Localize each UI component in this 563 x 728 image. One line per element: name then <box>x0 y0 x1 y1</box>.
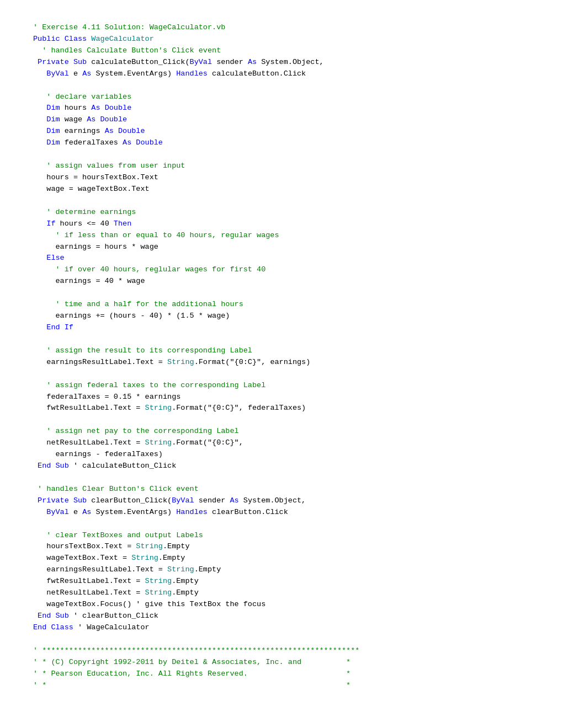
code-line: If hours <= 40 Then <box>33 218 530 230</box>
code-line <box>33 334 530 345</box>
code-line: earnings - federalTaxes) <box>33 449 530 461</box>
code-line: End Sub ' clearButton_Click <box>33 611 530 622</box>
code-line <box>33 518 530 530</box>
code-line: earnings = hours * wage <box>33 242 530 253</box>
code-line: Private Sub calculateButton_Click(ByVal … <box>33 57 530 68</box>
code-line <box>33 414 530 426</box>
code-line: End Sub ' calculateButton_Click <box>33 461 530 472</box>
code-line: Dim wage As Double <box>33 114 530 126</box>
code-line: ' * Pearson Education, Inc. All Rights R… <box>33 668 530 680</box>
code-line: ' assign federal taxes to the correspond… <box>33 380 530 392</box>
code-line: hoursTextBox.Text = String.Empty <box>33 541 530 553</box>
code-line: wageTextBox.Focus() ' give this TextBox … <box>33 599 530 611</box>
code-line: ' Exercise 4.11 Solution: WageCalculator… <box>33 22 530 34</box>
code-line <box>33 80 530 92</box>
code-line: ByVal e As System.EventArgs) Handles cal… <box>33 68 530 80</box>
code-line: Else <box>33 253 530 264</box>
code-line: earningsResultLabel.Text = String.Format… <box>33 357 530 368</box>
code-line: Dim earnings As Double <box>33 126 530 137</box>
code-line: ' **************************************… <box>33 645 530 657</box>
code-line: wageTextBox.Text = String.Empty <box>33 553 530 564</box>
code-line: ' assign the result to its corresponding… <box>33 345 530 357</box>
code-line: earningsResultLabel.Text = String.Empty <box>33 564 530 576</box>
code-line <box>33 368 530 380</box>
code-line: ' clear TextBoxes and output Labels <box>33 530 530 542</box>
code-line: End Class ' WageCalculator <box>33 622 530 634</box>
code-line: earnings = 40 * wage <box>33 276 530 287</box>
code-line: ' assign net pay to the corresponding La… <box>33 426 530 437</box>
code-line: ' determine earnings <box>33 207 530 218</box>
code-line: wage = wageTextBox.Text <box>33 184 530 195</box>
code-line: earnings += (hours - 40) * (1.5 * wage) <box>33 311 530 322</box>
code-line: ' if less than or equal to 40 hours, reg… <box>33 230 530 242</box>
code-line <box>33 472 530 484</box>
code-line <box>33 195 530 207</box>
code-line: federalTaxes = 0.15 * earnings <box>33 392 530 403</box>
code-line: End If <box>33 322 530 334</box>
code-line: ' * (C) Copyright 1992-2011 by Deitel & … <box>33 657 530 668</box>
code-line <box>33 149 530 160</box>
code-line: ' assign values from user input <box>33 160 530 172</box>
code-line: ' * * <box>33 680 530 692</box>
code-line: fwtResultLabel.Text = String.Empty <box>33 576 530 587</box>
code-line: ByVal e As System.EventArgs) Handles cle… <box>33 507 530 518</box>
code-line: fwtResultLabel.Text = String.Format("{0:… <box>33 403 530 414</box>
code-line: Dim federalTaxes As Double <box>33 137 530 149</box>
code-line: netResultLabel.Text = String.Format("{0:… <box>33 437 530 449</box>
code-container: ' Exercise 4.11 Solution: WageCalculator… <box>33 22 530 691</box>
code-line: netResultLabel.Text = String.Empty <box>33 587 530 599</box>
code-line <box>33 287 530 299</box>
code-line: Dim hours As Double <box>33 103 530 114</box>
code-line: ' handles Clear Button's Click event <box>33 484 530 495</box>
code-line: ' if over 40 hours, reglular wages for f… <box>33 264 530 276</box>
code-line <box>33 634 530 645</box>
code-line: Private Sub clearButton_Click(ByVal send… <box>33 495 530 507</box>
code-line: Public Class WageCalculator <box>33 34 530 45</box>
code-line: ' declare variables <box>33 92 530 103</box>
code-line: ' handles Calculate Button's Click event <box>33 45 530 57</box>
code-line: ' time and a half for the additional hou… <box>33 299 530 311</box>
code-line: hours = hoursTextBox.Text <box>33 172 530 184</box>
